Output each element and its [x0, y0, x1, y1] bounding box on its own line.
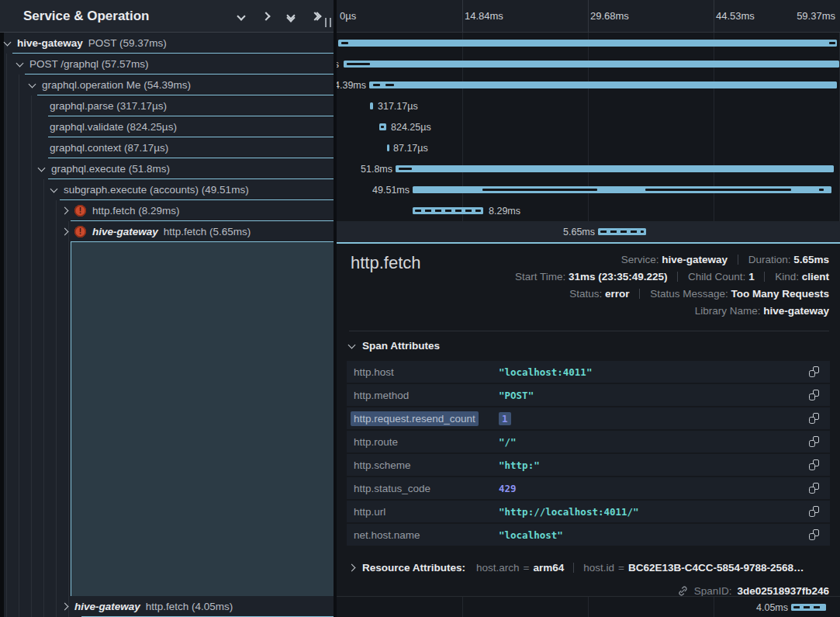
chevron-down-icon[interactable] — [38, 164, 46, 172]
attribute-value: "localhost:4011" — [499, 366, 592, 378]
meta-label: Library Name: — [695, 305, 761, 317]
attribute-key: http.method — [354, 390, 409, 401]
attribute-row: http.host "localhost:4011" — [347, 361, 830, 383]
expand-one-icon[interactable] — [259, 9, 273, 23]
grid-line — [462, 0, 463, 33]
meta-label: Service: — [621, 254, 659, 265]
tree-row-http-fetch-405[interactable]: hive-gateway http.fetch (4.05ms) — [0, 596, 334, 617]
copy-icon[interactable] — [809, 436, 819, 447]
span-label: http.fetch (5.65ms) — [164, 226, 251, 237]
link-icon[interactable] — [677, 585, 689, 597]
splitter-grip-icon[interactable] — [325, 18, 331, 27]
chevron-down-icon[interactable] — [4, 38, 12, 46]
meta-value: hive-gateway — [662, 254, 728, 265]
indent-guide — [43, 179, 44, 617]
tree-row-graphql-context[interactable]: graphql.context (87.17µs) — [0, 137, 334, 158]
tree-row-graphql-operation[interactable]: graphql.operation Me (54.39ms) — [0, 75, 334, 95]
tree-row-hive-gateway-post[interactable]: hive-gateway POST (59.37ms) — [0, 33, 334, 54]
duration-label: 51.8ms — [361, 164, 392, 175]
span-label: POST (59.37ms) — [88, 37, 167, 49]
attribute-value: 429 — [499, 483, 517, 494]
timeline-row[interactable]: 49.51ms — [337, 179, 840, 200]
collapse-all-icon[interactable] — [284, 9, 298, 23]
self-time-marker — [341, 42, 348, 44]
self-time-marker — [482, 189, 597, 191]
attribute-value: "/" — [499, 436, 517, 448]
meta-divider — [738, 255, 738, 265]
collapse-one-icon[interactable] — [234, 9, 248, 23]
meta-line: Service: hive-gateway Duration: 5.65ms — [515, 251, 829, 269]
timeline-row-bottom[interactable]: 4.05ms — [337, 596, 840, 617]
self-time-marker — [415, 210, 481, 212]
copy-icon[interactable] — [809, 390, 819, 400]
meta-line: Library Name: hive-gateway — [515, 303, 829, 320]
time-tick: 0µs — [340, 10, 356, 22]
timeline-row[interactable]: 317.17µs — [337, 95, 840, 116]
chevron-down-icon[interactable] — [50, 185, 58, 192]
tree-row-subgraph-execute[interactable]: subgraph.execute (accounts) (49.51ms) — [0, 179, 334, 200]
span-bar — [370, 102, 373, 109]
chevron-right-icon[interactable] — [61, 603, 69, 611]
self-time-marker — [399, 168, 412, 170]
tree-row-http-fetch-829[interactable]: ! http.fetch (8.29ms) — [0, 200, 334, 221]
duration-label: 4.05ms — [756, 602, 788, 613]
timeline-row[interactable]: 87.17µs — [337, 137, 840, 158]
meta-divider — [573, 563, 574, 573]
chevron-right-icon[interactable] — [61, 228, 69, 236]
timeline-row[interactable]: 51.8ms — [337, 158, 840, 179]
attribute-key: http.url — [354, 506, 385, 518]
timeline-row[interactable]: 57.57ms — [337, 54, 840, 75]
timeline-row-selected[interactable]: 5.65ms — [337, 221, 840, 242]
meta-value: hive-gateway — [763, 305, 829, 317]
tree-row-http-fetch-565-selected[interactable]: ! hive-gateway http.fetch (5.65ms) — [0, 221, 334, 242]
trace-viewer: Service & Operation hive-gateway POST (5… — [0, 0, 840, 617]
resource-attributes-row[interactable]: Resource Attributes: host.arch = arm64 h… — [349, 557, 829, 577]
attribute-key: http.host — [354, 366, 394, 378]
expand-all-icon[interactable] — [309, 9, 323, 23]
tree-row-graphql-validate[interactable]: graphql.validate (824.25µs) — [0, 116, 334, 137]
span-bar — [598, 228, 646, 235]
span-id-label: SpanID: — [694, 585, 732, 597]
copy-icon[interactable] — [809, 529, 819, 540]
timeline-row[interactable] — [337, 33, 840, 54]
tree-row-post-graphql[interactable]: POST /graphql (57.57ms) — [0, 54, 334, 75]
attributes-table: http.host "localhost:4011" http.method "… — [347, 361, 830, 547]
span-bar — [338, 40, 837, 47]
self-time-marker — [373, 84, 380, 86]
time-tick: 59.37ms — [797, 10, 835, 22]
copy-icon[interactable] — [809, 506, 819, 517]
chevron-down-icon[interactable] — [29, 80, 36, 88]
meta-value: error — [605, 288, 630, 300]
resource-key: host.arch — [476, 562, 520, 574]
timeline-header: 0µs 14.84ms 29.68ms 44.53ms 59.37ms — [337, 0, 840, 33]
duration-label: 57.57ms — [337, 59, 339, 70]
span-attributes-header[interactable]: Span Attributes — [349, 340, 440, 352]
grid-line — [714, 597, 714, 617]
tree-row-graphql-execute[interactable]: graphql.execute (51.8ms) — [0, 158, 334, 179]
copy-icon[interactable] — [809, 459, 819, 470]
chevron-right-icon[interactable] — [61, 207, 69, 215]
indent-guide — [56, 200, 57, 617]
tree-row-graphql-parse[interactable]: graphql.parse (317.17µs) — [0, 95, 334, 116]
self-time-marker — [347, 63, 370, 65]
equals-sign: = — [618, 562, 624, 574]
self-time-marker — [385, 84, 394, 86]
section-title: Span Attributes — [362, 340, 440, 352]
timeline-row[interactable]: 824.25µs — [337, 116, 840, 137]
selected-span-detail-area — [71, 241, 334, 596]
copy-icon[interactable] — [809, 483, 819, 494]
timeline-row[interactable]: 8.29ms — [337, 200, 840, 221]
service-name: hive-gateway — [17, 37, 83, 49]
grid-line — [588, 597, 589, 617]
section-divider — [349, 331, 829, 331]
chevron-down-icon[interactable] — [16, 59, 24, 67]
attribute-value: "localhost" — [499, 529, 563, 541]
chevron-down-icon[interactable] — [348, 341, 356, 348]
copy-icon[interactable] — [809, 366, 819, 377]
attribute-key: net.host.name — [354, 529, 420, 541]
copy-icon[interactable] — [809, 413, 819, 424]
timeline-row[interactable]: 54.39ms — [337, 75, 840, 95]
self-time-marker — [600, 231, 644, 233]
chevron-right-icon[interactable] — [349, 563, 355, 571]
resource-key: host.id — [583, 562, 614, 574]
